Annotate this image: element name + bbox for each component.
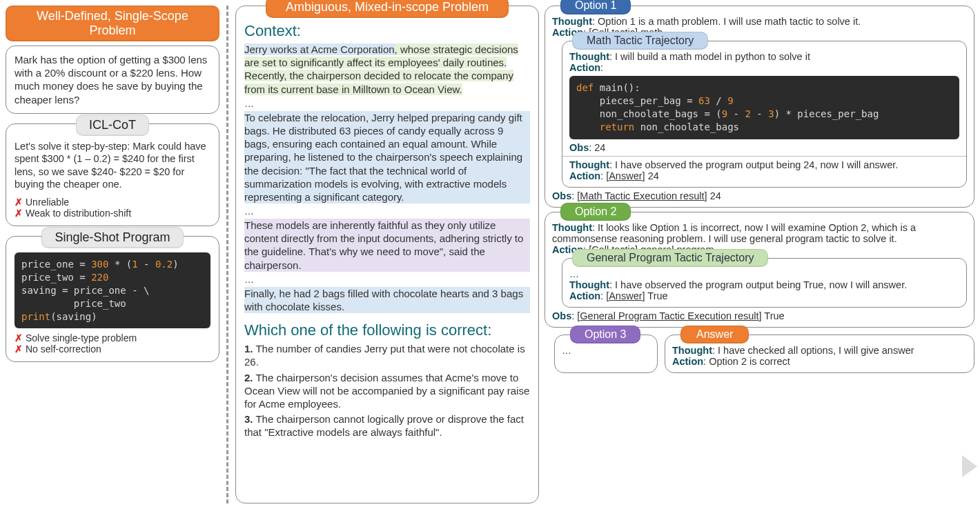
option1-panel: Option 1 Thought: Option 1 is a math pro… [545, 6, 974, 208]
option2-label: Option 2 [560, 203, 631, 221]
question-label: Which one of the following is correct [244, 321, 487, 339]
single-shot-panel: Single-Shot Program price_one = 300 * (1… [6, 236, 219, 362]
x-icon: ✗ [14, 197, 23, 208]
single-shot-title: Single-Shot Program [41, 227, 183, 248]
right-column: Option 1 Thought: Option 1 is a math pro… [545, 6, 974, 503]
ellipsis: … [244, 274, 530, 285]
math-code: def main(): pieces_per_bag = 63 / 9 non_… [569, 76, 959, 139]
ssp-neg-1: ✗Solve single-type problem [14, 332, 210, 343]
x-icon: ✗ [14, 208, 23, 219]
math-tactic-panel: Math Tactic Trajectory Thought: I will b… [562, 41, 967, 188]
ellipsis: … [569, 268, 959, 279]
option3-label: Option 3 [570, 326, 640, 343]
mid-opt2: 2. The chairperson's decision assumes th… [244, 371, 530, 411]
context-label: Context [244, 22, 297, 39]
mid-opt1: 1. The number of candies Jerry put that … [244, 342, 530, 368]
arrow-right-icon [962, 455, 977, 477]
mid-panel: Ambiguous, Mixed-in-scope Problem Contex… [235, 6, 539, 503]
context-p1: Jerry works at Acme Corporation, whose s… [244, 43, 530, 96]
general-tactic-label: General Program Tactic Trajectory [572, 249, 768, 267]
vertical-divider [226, 6, 228, 503]
left-header-pill: Well-Defined, Single-Scope Problem [6, 6, 219, 41]
ssp-neg-2: ✗No self-correction [14, 343, 210, 355]
option3-panel: Option 3 … [554, 335, 658, 373]
single-shot-code: price_one = 300 * (1 - 0.2) price_two = … [14, 252, 210, 328]
icl-cot-panel: ICL-CoT Let's solve it step-by-step: Mar… [6, 123, 219, 226]
mid-opt3: 3. The chairperson cannot logically prov… [244, 412, 530, 439]
opt3-body: … [562, 345, 650, 356]
icl-cot-title: ICL-CoT [76, 114, 149, 136]
context-p2: To celebrate the relocation, Jerry helpe… [244, 111, 530, 203]
icl-neg-1: ✗Unreliable [14, 197, 210, 208]
answer-label: Answer [680, 326, 749, 343]
option2-panel: Option 2 Thought: It looks like Option 1… [545, 212, 974, 328]
x-icon: ✗ [14, 343, 23, 355]
ellipsis: … [244, 98, 530, 109]
context-p4: Finally, he had 2 bags filled with choco… [244, 287, 530, 313]
x-icon: ✗ [14, 332, 23, 343]
context-p3: These models are inherently faithful as … [244, 219, 530, 272]
general-tactic-panel: General Program Tactic Trajectory … Thou… [562, 258, 967, 308]
ellipsis: … [244, 206, 530, 217]
mid-header-pill: Ambiguous, Mixed-in-scope Problem [266, 0, 509, 18]
icl-neg-2: ✗Weak to distribution-shift [14, 208, 210, 219]
opt2-thought: It looks like Option 1 is incorrect, now… [552, 222, 916, 244]
answer-panel: Answer Thought: I have checked all optio… [665, 335, 974, 373]
opt1-thought: Option 1 is a math problem. I will use m… [598, 16, 861, 27]
option1-label: Option 1 [560, 0, 631, 14]
icl-cot-body: Let's solve it step-by-step: Mark could … [14, 140, 210, 191]
well-defined-problem: Mark has the option of getting a $300 le… [6, 46, 219, 114]
math-tactic-label: Math Tactic Trajectory [572, 32, 708, 50]
